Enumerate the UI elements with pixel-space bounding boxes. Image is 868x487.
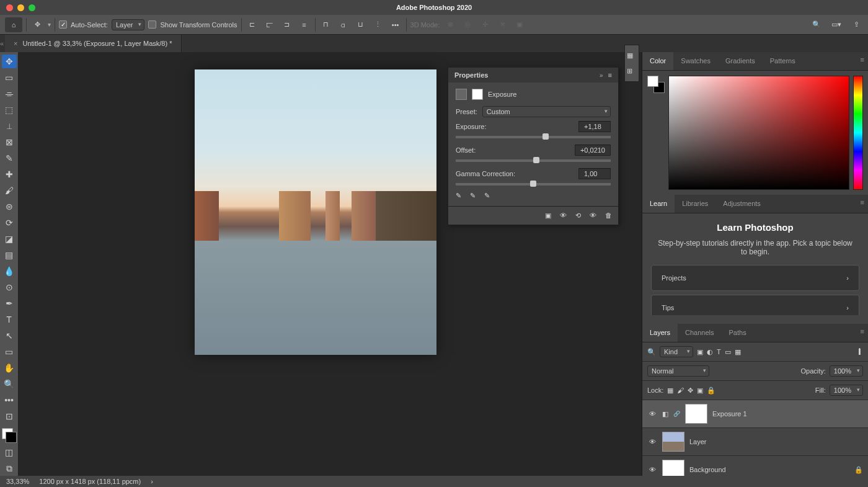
blur-tool[interactable]: 💧 (2, 264, 17, 278)
visibility-toggle-icon[interactable]: 👁 (647, 410, 657, 418)
toggle-visibility-icon[interactable]: 👁 (590, 212, 596, 220)
filter-toggle-icon[interactable]: ⏽ (856, 348, 863, 355)
view-previous-icon[interactable]: 👁 (560, 212, 567, 220)
marquee-tool[interactable]: ▭ (2, 71, 17, 84)
maximize-window-button[interactable] (29, 4, 35, 11)
align-bottom-icon[interactable]: ⊔ (354, 18, 368, 32)
history-brush-tool[interactable]: ⟳ (2, 216, 17, 230)
crop-tool[interactable]: ⟂ (2, 119, 17, 133)
screenmode-tool[interactable]: ⧉ (2, 462, 17, 475)
foreground-background-swatch[interactable] (2, 428, 17, 443)
clone-stamp-tool[interactable]: ⊜ (2, 200, 17, 213)
panel-menu-icon[interactable]: ≡ (857, 52, 868, 70)
lock-artboard-icon[interactable]: ▣ (697, 386, 703, 395)
lock-transparency-icon[interactable]: ▦ (667, 386, 673, 395)
blend-mode-dropdown[interactable]: Normal (647, 365, 709, 377)
gradient-tool[interactable]: ▤ (2, 248, 17, 262)
distribute-icon[interactable]: ⋮ (371, 18, 385, 32)
search-icon[interactable]: 🔍 (647, 348, 656, 356)
offset-value-input[interactable]: +0,0210 (575, 145, 611, 156)
clip-to-layer-icon[interactable]: ▣ (545, 212, 551, 220)
zoom-tool[interactable]: 🔍 (2, 377, 17, 391)
tab-channels[interactable]: Channels (678, 324, 721, 342)
layer-name[interactable]: Layer (689, 438, 707, 445)
layer-filter-dropdown[interactable]: Kind (660, 346, 693, 357)
close-tab-icon[interactable]: × (14, 40, 17, 47)
object-select-tool[interactable]: ⬚ (2, 103, 17, 117)
panel-menu-icon[interactable]: ≡ (857, 195, 868, 213)
lock-all-icon[interactable]: 🔒 (707, 386, 715, 395)
eyedropper-tool[interactable]: ✎ (2, 151, 17, 165)
pen-tool[interactable]: ✒ (2, 297, 17, 310)
lasso-tool[interactable]: ⌯ (2, 87, 17, 101)
tab-layers[interactable]: Layers (642, 324, 678, 342)
search-icon[interactable]: 🔍 (810, 18, 823, 32)
eyedropper-black-icon[interactable]: ✎ (456, 192, 461, 200)
auto-select-target-dropdown[interactable]: Layer (112, 19, 145, 30)
home-button[interactable]: ⌂ (5, 17, 22, 32)
offset-slider[interactable] (456, 159, 611, 162)
preset-dropdown[interactable]: Custom (482, 106, 611, 117)
quickmask-tool[interactable]: ◫ (2, 445, 17, 459)
document-info[interactable]: 1200 px x 1418 px (118,11 ppcm) (39, 478, 141, 485)
filter-pixel-icon[interactable]: ▣ (697, 348, 703, 356)
learn-item-tips[interactable]: Tips› (651, 295, 859, 315)
tab-patterns[interactable]: Patterns (763, 52, 803, 70)
layer-mask-thumb[interactable] (685, 404, 707, 424)
lock-pixels-icon[interactable]: 🖌 (677, 386, 684, 394)
filter-shape-icon[interactable]: ▭ (725, 348, 731, 356)
color-field[interactable] (668, 76, 849, 190)
type-tool[interactable]: T (2, 313, 17, 326)
filter-adjust-icon[interactable]: ◐ (707, 348, 713, 356)
document-tab[interactable]: × Untitled-1 @ 33,3% (Exposure 1, Layer … (5, 35, 182, 52)
move-tool-icon[interactable]: ✥ (30, 18, 44, 32)
align-left-icon[interactable]: ⊏ (246, 18, 259, 32)
collapse-chevron-icon[interactable]: « (0, 40, 5, 47)
more-icon[interactable]: ••• (389, 18, 402, 32)
path-select-tool[interactable]: ↖ (2, 329, 17, 342)
hue-slider[interactable] (853, 76, 863, 190)
reset-icon[interactable]: ⟲ (575, 212, 581, 220)
close-window-button[interactable] (6, 4, 13, 11)
fill-input[interactable]: 100% (830, 385, 863, 396)
brush-tool[interactable]: 🖌 (2, 184, 17, 197)
move-tool[interactable]: ✥ (2, 55, 17, 68)
lock-position-icon[interactable]: ✥ (688, 386, 693, 395)
mask-icon[interactable] (472, 89, 483, 100)
tab-color[interactable]: Color (642, 52, 673, 70)
opacity-input[interactable]: 100% (830, 365, 863, 377)
chevron-right-icon[interactable]: › (151, 478, 153, 485)
fg-bg-swatch[interactable] (647, 76, 665, 93)
tab-adjustments[interactable]: Adjustments (715, 195, 768, 213)
align-center-v-icon[interactable]: ⫏ (337, 18, 350, 32)
layer-row[interactable]: 👁 ◧ 🔗 Exposure 1 (642, 400, 868, 428)
align-justify-icon[interactable]: ≡ (298, 18, 311, 32)
zoom-level[interactable]: 33,33% (6, 478, 29, 485)
chevron-down-icon[interactable]: ▾ (48, 21, 51, 28)
collapsed-panel-icon[interactable]: ⊞ (627, 67, 637, 75)
filter-smart-icon[interactable]: ▦ (735, 348, 741, 356)
tab-paths[interactable]: Paths (722, 324, 754, 342)
filter-type-icon[interactable]: T (717, 348, 721, 355)
eyedropper-white-icon[interactable]: ✎ (484, 192, 490, 200)
layer-row[interactable]: 👁 Layer (642, 428, 868, 456)
auto-select-checkbox[interactable] (59, 20, 67, 29)
align-top-icon[interactable]: ⊓ (319, 18, 333, 32)
layer-thumb[interactable] (662, 432, 684, 452)
hand-tool[interactable]: ✋ (2, 361, 17, 375)
collapse-icon[interactable]: » (600, 72, 603, 79)
tab-gradients[interactable]: Gradients (718, 52, 763, 70)
more-tools-icon[interactable]: ••• (2, 393, 17, 407)
collapsed-panel-icon[interactable]: ▦ (627, 51, 637, 60)
panel-menu-icon[interactable]: ≡ (857, 324, 868, 342)
visibility-toggle-icon[interactable]: 👁 (647, 466, 657, 473)
workspace-switcher-icon[interactable]: ▭▾ (830, 18, 843, 32)
tab-libraries[interactable]: Libraries (675, 195, 715, 213)
shape-tool[interactable]: ▭ (2, 345, 17, 359)
minimize-window-button[interactable] (17, 4, 24, 11)
gamma-slider[interactable] (456, 183, 611, 185)
healing-brush-tool[interactable]: ✚ (2, 168, 17, 181)
frame-tool[interactable]: ⊠ (2, 135, 17, 149)
layer-row[interactable]: 👁 Background 🔒 (642, 456, 868, 476)
exposure-value-input[interactable]: +1,18 (578, 121, 611, 132)
